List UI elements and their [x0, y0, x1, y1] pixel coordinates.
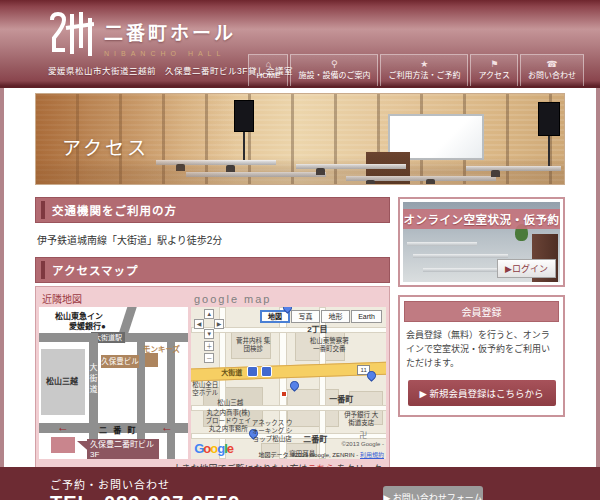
temple-icon: 卍	[359, 431, 367, 441]
zoom-out-button[interactable]: －	[204, 353, 214, 363]
site-subtitle: NIBANCHO HALL	[104, 50, 236, 57]
main-nav: ⌂ HOME ⚲ 施設・設備のご案内 ★ ご利用方法・ご予約 ⚑ アクセス ☎ …	[246, 54, 584, 86]
station-icon[interactable]	[247, 366, 258, 377]
access-map-panel: 近隣地図 google map 松山東急イン 愛媛銀行● 大街道駅 大街道	[35, 286, 390, 479]
nav-tab-access[interactable]: ⚑ アクセス	[470, 54, 518, 86]
online-reservation-box: オンライン空室状況・仮予約 ▶ログイン	[398, 197, 565, 287]
label-sugai-clinic: 菅井内科 集団検診	[235, 337, 271, 353]
flag-icon: ⚑	[478, 59, 510, 69]
footer-heading: ご予約・お問い合わせ	[50, 476, 170, 492]
member-register-button[interactable]: ▶ 新規会員登録はこちらから	[408, 380, 556, 406]
transport-text: 伊予鉄道城南線「大街道」駅より徒歩2分	[37, 232, 388, 247]
label-annex: アネックス ウォーキング ショップ松山店	[249, 419, 295, 442]
label-iyo-bank: 伊予銀行 大街道支店	[341, 411, 381, 427]
site-header: 二番町ホール NIBANCHO HALL 愛媛県松山市大街道三越前 久保豊二番町…	[0, 0, 600, 88]
hero-banner: アクセス	[35, 93, 565, 185]
label-marunouchi: 丸之内商事(株) ブロードウェイ 丸之内事務所	[205, 409, 251, 432]
label-ana-hotel: 松山全日空ホテル	[191, 381, 221, 397]
access-map-heading: アクセスマップ	[35, 257, 390, 283]
google-logo[interactable]: Google	[194, 441, 233, 456]
transport-heading: 交通機関をご利用の方	[35, 197, 390, 223]
footer-phone: TEL. 089-907-9559	[50, 492, 240, 500]
map-attribution: 地図データ ©2013 Google, ZENRIN - 利用規約	[259, 450, 384, 459]
nav-tab-home[interactable]: ⌂ HOME	[248, 54, 288, 86]
label-mitsukoshi: 松山三越	[46, 375, 78, 386]
logo-mark-icon	[48, 10, 94, 58]
membership-box: 会員登録 会員登録（無料）を行うと、オンラインで空室状況・仮予約をご利用いただけ…	[398, 295, 565, 417]
membership-text: 会員登録（無料）を行うと、オンラインで空室状況・仮予約をご利用いただけます。	[406, 329, 557, 371]
station-icon[interactable]	[261, 366, 272, 377]
sidebar: オンライン空室状況・仮予約 ▶ログイン 会員登録 会員登録（無料）を行うと、オン…	[398, 197, 565, 479]
label-ichibancho: 一番町	[329, 395, 353, 405]
arrow-left-icon: ←	[161, 420, 173, 434]
pan-left-button[interactable]: ◀	[194, 319, 204, 329]
online-reservation-title: オンライン空室状況・仮予約	[403, 209, 560, 229]
label-district2: 2丁目	[307, 325, 327, 335]
label-nibancho-street: 二 番 町	[99, 424, 137, 435]
map-poi-icon[interactable]	[281, 391, 287, 397]
content-sheet: アクセス 交通機関をご利用の方 伊予鉄道城南線「大街道」駅より徒歩2分 アクセス…	[4, 88, 596, 467]
site-footer: ご予約・お問い合わせ TEL. 089-907-9559 ▶ お問い合わせフォー…	[0, 467, 600, 500]
zoom-in-button[interactable]: ＋	[204, 341, 214, 351]
local-map-label: 近隣地図	[39, 291, 194, 306]
page-title: アクセス	[62, 133, 149, 160]
label-kubotoyo-building: 久保豊ビル	[101, 355, 139, 368]
monkeys-block	[145, 353, 158, 367]
pan-right-button[interactable]: ▶	[214, 319, 224, 329]
map-copyright: ©2013 Google -	[342, 441, 384, 447]
label-ehime-bank: 愛媛銀行●	[69, 320, 106, 331]
arrow-left-icon: ←	[57, 420, 69, 434]
map-type-earth-button[interactable]: Earth	[351, 310, 382, 323]
room-table	[413, 254, 508, 258]
label-okaido-street: 大街道	[89, 363, 98, 396]
site-logo[interactable]: 二番町ホール NIBANCHO HALL	[48, 10, 236, 58]
phone-icon: ☎	[528, 59, 576, 69]
label-destination: 久保豊二番町ビル3F	[87, 439, 159, 459]
label-okaido-road: 大街道	[221, 367, 242, 377]
star-icon: ★	[388, 59, 460, 69]
label-police: 松山東警察署 一番町交番	[307, 337, 351, 353]
label-mitsukoshi-g: 松山三越	[217, 399, 243, 407]
destination-block	[51, 437, 75, 453]
map-type-terrain-button[interactable]: 地形	[321, 310, 350, 323]
map-type-photo-button[interactable]: 写真	[291, 310, 320, 323]
google-map[interactable]: 大街道 11 ▲ ◀ ▶ ▼ ＋ － 地図 写真 地形 Earth	[191, 307, 386, 459]
pan-up-button[interactable]: ▲	[204, 309, 214, 319]
login-button[interactable]: ▶ログイン	[497, 259, 556, 278]
membership-heading: 会員登録	[404, 301, 559, 322]
pan-down-button[interactable]: ▼	[204, 329, 214, 339]
nav-tab-reservation[interactable]: ★ ご利用方法・ご予約	[380, 54, 468, 86]
online-reservation-image: オンライン空室状況・仮予約 ▶ログイン	[403, 202, 560, 282]
main-column: 交通機関をご利用の方 伊予鉄道城南線「大街道」駅より徒歩2分 アクセスマップ 近…	[35, 197, 390, 479]
search-icon: ⚲	[298, 59, 370, 69]
local-map: 松山東急イン 愛媛銀行● 大街道駅 大街道 松山三越 久保豊ビル モンキーズ	[39, 307, 188, 459]
google-map-label: google map	[194, 293, 272, 305]
site-title: 二番町ホール	[104, 18, 236, 45]
contact-form-button[interactable]: ▶ お問い合わせフォーム	[383, 486, 483, 500]
home-icon: ⌂	[256, 59, 280, 69]
nav-tab-facilities[interactable]: ⚲ 施設・設備のご案内	[290, 54, 378, 86]
room-table	[407, 242, 477, 246]
terms-link[interactable]: 利用規約	[360, 452, 384, 458]
nav-tab-contact[interactable]: ☎ お問い合わせ	[520, 54, 584, 86]
label-nibancho-g: 二番町	[303, 435, 327, 445]
